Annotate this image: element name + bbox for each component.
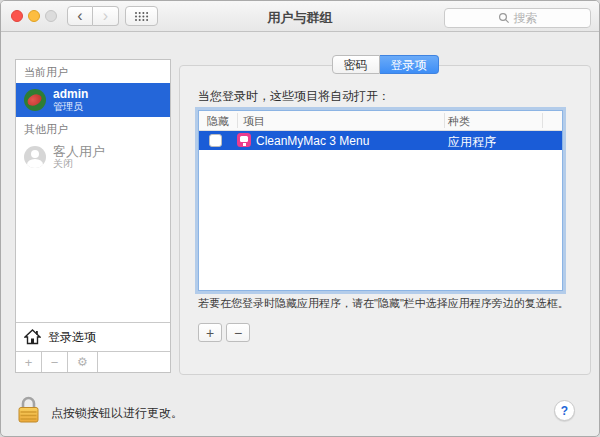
users-groups-window: ‹ › 用户与群组 搜索 当前用户 [0,0,600,437]
help-button[interactable]: ? [554,400,575,421]
tab-login-items[interactable]: 登录项 [380,55,439,74]
current-user-header: 当前用户 [16,60,170,83]
search-input[interactable]: 搜索 [444,8,591,28]
sidebar-toolbar: + − ⚙ [16,351,170,372]
tab-password[interactable]: 密码 [332,55,380,74]
hide-hint-text: 若要在您登录时隐藏应用程序，请在"隐藏"栏中选择应用程序旁边的复选框。 [198,296,574,311]
column-divider [542,113,543,128]
search-placeholder: 搜索 [514,10,538,27]
guest-name: 客人用户 [53,145,105,158]
lock-hint-text: 点按锁按钮以进行更改。 [51,405,183,422]
sidebar-item-admin[interactable]: admin 管理员 [16,83,170,117]
sidebar-item-guest[interactable]: 客人用户 关闭 [16,140,170,174]
user-list-sidebar: 当前用户 admin 管理员 其他用户 客人用户 关闭 登录选项 [15,59,171,373]
column-header-hide[interactable]: 隐藏 [207,114,229,129]
column-divider [237,113,238,128]
login-options-label: 登录选项 [48,329,96,346]
column-header-kind[interactable]: 种类 [448,114,470,129]
house-icon [24,329,41,345]
item-edit-buttons: + − [198,323,250,342]
login-item-name: CleanMyMac 3 Menu [256,134,369,148]
other-users-header: 其他用户 [16,117,170,140]
table-header: 隐藏 项目 种类 [199,111,562,131]
cleanmymac-icon [237,133,251,147]
gear-icon[interactable]: ⚙ [68,352,98,372]
guest-status: 关闭 [53,158,105,169]
search-icon [498,12,510,24]
hide-checkbox[interactable] [209,134,222,147]
login-items-intro-text: 当您登录时，这些项目将自动打开： [198,88,390,105]
remove-login-item-button[interactable]: − [226,323,250,342]
admin-avatar [24,89,46,111]
toolbar-filler [98,352,170,372]
login-item-kind: 应用程序 [448,134,496,151]
titlebar: ‹ › 用户与群组 搜索 [1,1,599,32]
table-row[interactable]: CleanMyMac 3 Menu 应用程序 [199,131,562,150]
lock-button[interactable] [17,395,40,429]
sidebar-item-login-options[interactable]: 登录选项 [16,322,170,351]
lock-icon [17,395,40,425]
tab-bar: 密码 登录项 [179,55,591,74]
remove-user-button[interactable]: − [42,352,68,372]
sidebar-spacer [16,174,170,322]
guest-avatar [24,146,46,168]
add-user-button[interactable]: + [16,352,42,372]
add-login-item-button[interactable]: + [198,323,222,342]
admin-role: 管理员 [53,101,88,112]
column-header-item[interactable]: 项目 [243,114,265,129]
login-items-table: 隐藏 项目 种类 CleanMyMac 3 Menu 应用程序 [198,110,563,291]
column-divider [444,113,445,128]
admin-name: admin [53,88,88,101]
